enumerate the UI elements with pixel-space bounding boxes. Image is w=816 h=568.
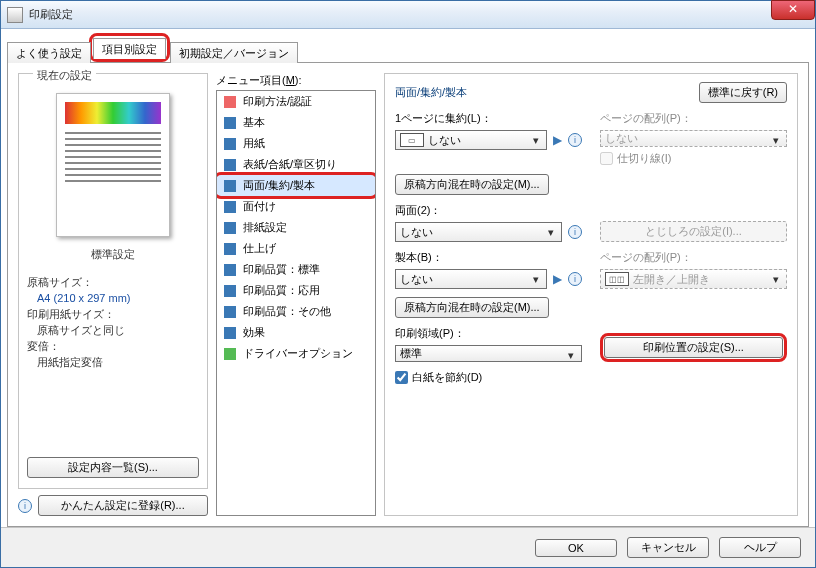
print-area-label: 印刷領域(P)： <box>395 326 582 341</box>
save-blank-check[interactable]: 白紙を節約(D) <box>395 370 787 385</box>
mixed-orientation-button-2[interactable]: 原稿方向混在時の設定(M)... <box>395 297 549 318</box>
aggregate-label: 1ページに集約(L)： <box>395 111 582 126</box>
info-icon[interactable]: i <box>568 133 582 147</box>
menu-item[interactable]: 印刷方法/認証 <box>217 91 375 112</box>
settings-list-button[interactable]: 設定内容一覧(S)... <box>27 457 199 478</box>
spec-paper-label: 印刷用紙サイズ： <box>27 306 199 322</box>
menu-item-label: 基本 <box>243 115 265 130</box>
menu-item[interactable]: 効果 <box>217 322 375 343</box>
tab-by-item[interactable]: 項目別設定 <box>93 38 166 59</box>
menu-item-icon <box>223 263 237 277</box>
svg-rect-3 <box>224 159 236 171</box>
tab-frequent[interactable]: よく使う設定 <box>7 42 91 63</box>
info-icon: i <box>18 499 32 513</box>
cancel-button[interactable]: キャンセル <box>627 537 709 558</box>
booklet-select[interactable]: しない ▾ <box>395 269 547 289</box>
menu-item[interactable]: 両面/集約/製本 <box>217 175 375 196</box>
svg-rect-6 <box>224 222 236 234</box>
menu-item[interactable]: 表紙/合紙/章区切り <box>217 154 375 175</box>
close-button[interactable]: ✕ <box>771 0 815 20</box>
menu-item[interactable]: 基本 <box>217 112 375 133</box>
page-layout-label: ページの配列(P)： <box>600 111 787 126</box>
duplex-value: しない <box>400 225 433 240</box>
tab-highlight: 項目別設定 <box>89 33 170 62</box>
separator-line-checkbox <box>600 152 613 165</box>
menu-item-label: 印刷方法/認証 <box>243 94 312 109</box>
save-blank-checkbox[interactable] <box>395 371 408 384</box>
duplex-label: 両面(2)： <box>395 203 582 218</box>
svg-rect-12 <box>224 348 236 360</box>
menu-item-label: 印刷品質：標準 <box>243 262 320 277</box>
chevron-down-icon: ▾ <box>529 133 543 147</box>
page-preview <box>56 93 170 237</box>
menu-item-label: 両面/集約/製本 <box>243 178 315 193</box>
menu-item-label: 排紙設定 <box>243 220 287 235</box>
menu-item-icon <box>223 326 237 340</box>
tab-strip: よく使う設定 項目別設定 初期設定／バージョン <box>7 33 809 62</box>
titlebar: 印刷設定 ✕ <box>1 1 815 29</box>
print-position-button[interactable]: 印刷位置の設定(S)... <box>604 337 783 358</box>
duplex-select[interactable]: しない ▾ <box>395 222 562 242</box>
arrow-right-icon: ▶ <box>553 133 562 147</box>
page-layout-select: しない ▾ <box>600 130 787 147</box>
menu-item[interactable]: 印刷品質：その他 <box>217 301 375 322</box>
menu-item[interactable]: 排紙設定 <box>217 217 375 238</box>
separator-line-check: 仕切り線(I) <box>600 151 787 166</box>
duplex-row: 両面(2)： しない ▾ i とじしろの設定(I)... <box>395 203 787 242</box>
page-layout-value: しない <box>605 131 638 146</box>
menu-item-icon <box>223 116 237 130</box>
spec-list: 原稿サイズ： A4 (210 x 297 mm) 印刷用紙サイズ： 原稿サイズと… <box>27 274 199 370</box>
menu-item-icon <box>223 347 237 361</box>
menu-item[interactable]: 印刷品質：応用 <box>217 280 375 301</box>
section-header: 両面/集約/製本 標準に戻す(R) <box>395 82 787 103</box>
page-preview-wrap <box>27 93 199 237</box>
menu-item[interactable]: 用紙 <box>217 133 375 154</box>
preview-lines <box>65 132 161 182</box>
aggregate-select[interactable]: ▭ しない ▾ <box>395 130 547 150</box>
menu-item-icon <box>223 200 237 214</box>
register-row: i かんたん設定に登録(R)... <box>18 495 208 516</box>
menu-item-icon <box>223 284 237 298</box>
detail-column: 両面/集約/製本 標準に戻す(R) 1ページに集約(L)： ▭ しない ▾ <box>384 73 798 516</box>
info-icon[interactable]: i <box>568 225 582 239</box>
mixed-orientation-button-1[interactable]: 原稿方向混在時の設定(M)... <box>395 174 549 195</box>
tab-defaults-version[interactable]: 初期設定／バージョン <box>170 42 298 63</box>
ok-button[interactable]: OK <box>535 539 617 557</box>
menu-item-label: 効果 <box>243 325 265 340</box>
svg-rect-10 <box>224 306 236 318</box>
svg-rect-0 <box>224 96 236 108</box>
preset-name: 標準設定 <box>27 247 199 262</box>
aggregate-value: しない <box>428 133 461 148</box>
printer-icon <box>7 7 23 23</box>
info-icon[interactable]: i <box>568 272 582 286</box>
preview-color-bar <box>65 102 161 124</box>
menu-item-label: 用紙 <box>243 136 265 151</box>
menu-item[interactable]: ドライバーオプション <box>217 343 375 364</box>
menu-item[interactable]: 仕上げ <box>217 238 375 259</box>
restore-defaults-button[interactable]: 標準に戻す(R) <box>699 82 787 103</box>
tab-panel: 現在の設定 標準設定 原稿サイズ： A4 (210 x 297 mm) <box>7 62 809 527</box>
chevron-down-icon: ▾ <box>564 348 578 362</box>
menu-item[interactable]: 面付け <box>217 196 375 217</box>
menu-item-icon <box>223 221 237 235</box>
spec-orig-label: 原稿サイズ： <box>27 274 199 290</box>
menu-items-label: メニュー項目(M): <box>216 73 376 88</box>
print-position-highlight: 印刷位置の設定(S)... <box>600 333 787 362</box>
print-settings-window: 印刷設定 ✕ よく使う設定 項目別設定 初期設定／バージョン 現在の設定 <box>0 0 816 568</box>
spec-paper-value: 原稿サイズと同じ <box>27 322 199 338</box>
help-button[interactable]: ヘルプ <box>719 537 801 558</box>
menu-list[interactable]: 印刷方法/認証基本用紙表紙/合紙/章区切り両面/集約/製本面付け排紙設定仕上げ印… <box>216 90 376 516</box>
svg-rect-8 <box>224 264 236 276</box>
svg-rect-1 <box>224 117 236 129</box>
svg-rect-11 <box>224 327 236 339</box>
chevron-down-icon: ▾ <box>529 272 543 286</box>
booklet-value: しない <box>400 272 433 287</box>
spec-zoom-label: 変倍： <box>27 338 199 354</box>
menu-item[interactable]: 印刷品質：標準 <box>217 259 375 280</box>
register-easy-button[interactable]: かんたん設定に登録(R)... <box>38 495 208 516</box>
content: よく使う設定 項目別設定 初期設定／バージョン 現在の設定 <box>1 29 815 527</box>
menu-item-label: 仕上げ <box>243 241 276 256</box>
menu-item-icon <box>223 137 237 151</box>
print-area-select[interactable]: 標準 ▾ <box>395 345 582 362</box>
booklet-layout-icon: ◫◫ <box>605 272 629 286</box>
